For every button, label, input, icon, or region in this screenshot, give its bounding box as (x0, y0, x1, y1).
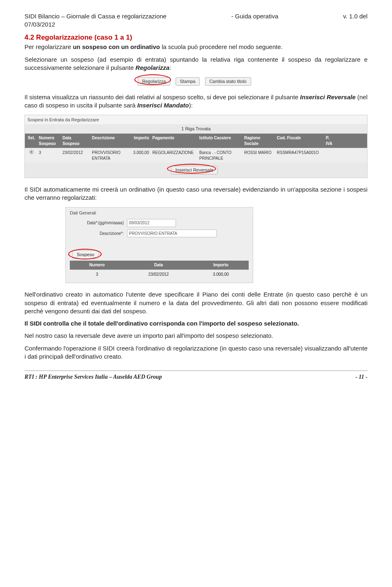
radio-select[interactable] (26, 150, 37, 161)
text: ): (189, 102, 193, 109)
col-descrizione: Descrizione (90, 135, 127, 146)
col-importo: Importo (193, 261, 249, 270)
paragraph-7: Nel nostro caso la reversale deve avere … (24, 332, 368, 340)
paragraph-6: Il SIDI controlla che il totale dell'ord… (24, 319, 368, 328)
stampa-button[interactable]: Stampa (176, 77, 200, 86)
header-date: 07/03/2012 (24, 20, 368, 29)
text: la scuola può procedere nel modo seguent… (162, 43, 283, 50)
paragraph-4: Il SIDI automaticamente mi creerà un ord… (24, 185, 368, 202)
form-title: Dati Generali (70, 210, 249, 216)
cell-ragione: ROSSI MARIO (243, 150, 275, 161)
text: Selezionare un sospeso (ad esempio di en… (24, 56, 368, 71)
col-numero: Numero Sospeso (37, 135, 61, 146)
col-istituto: Istituto Cassiere (198, 135, 243, 146)
cell-istituto: Banca . - CONTO PRINCIPALE (198, 150, 243, 161)
col-ragione: Ragione Sociale (243, 135, 275, 146)
cell-importo: 3.000,00 (127, 150, 151, 161)
cambia-stato-button[interactable]: Cambia stato titolo (205, 77, 251, 86)
text: Per regolarizzare (24, 43, 73, 50)
cell-numero: 3 (37, 150, 61, 161)
cell-numero: 3 (70, 270, 124, 279)
col-data: Data (124, 261, 193, 270)
term: Inserisci Mandato (137, 102, 189, 109)
paragraph-2: Selezionare un sospeso (ad esempio di en… (24, 56, 368, 72)
paragraph-3: Il sistema visualizza un riassunto dei d… (24, 93, 368, 110)
col-importo: Importo (127, 135, 151, 146)
page-footer: RTI : HP Enterprise Services Italia – Au… (24, 373, 368, 381)
paragraph-8: Confermando l'operazione il SIDI creerà … (24, 344, 368, 361)
intro-paragraph: Per regolarizzare un sospeso con un ordi… (24, 43, 368, 51)
table-row: 3 23/02/2012 3.000,00 (70, 270, 249, 279)
cell-piva (324, 150, 336, 161)
col-pagamento: Pagamento (151, 135, 198, 146)
screenshot-table-sospesi: Sospesi in Entrata da Regolarizzare 1 Ri… (24, 115, 368, 179)
col-numero: Numero (70, 261, 124, 270)
footer-separator: RTI : HP Enterprise Services Italia – Au… (24, 371, 368, 381)
bold-text: Il SIDI controlla che il totale dell'ord… (24, 320, 299, 327)
text: Il sistema visualizza un riassunto dei d… (24, 94, 300, 100)
screenshot-form-dati: Dati Generali Data*:(gg/mm/aaaa) 09/03/2… (65, 207, 368, 283)
input-descrizione[interactable]: PROVVISORIO ENTRATA (127, 230, 217, 238)
cell-desc: PROVVISORIO ENTRATA (90, 150, 127, 161)
screenshot-buttons-1: Regolarizza Stampa Cambia stato titolo (24, 77, 368, 86)
section-heading: 4.2 Regolarizzazione (caso 1 a 1) (24, 33, 368, 42)
text: : (169, 64, 171, 71)
label-descrizione: Descrizione*: (70, 231, 127, 237)
table-count: 1 Riga Trovata (25, 124, 367, 134)
cell-codfiscale: RSSMRA47P15A001O (275, 150, 324, 161)
col-piva: P. IVA (324, 135, 336, 146)
header-right: v. 1.0 del (343, 12, 368, 20)
sospeso-table: Numero Data Importo 3 23/02/2012 3.000,0… (70, 261, 249, 279)
label-data: Data*:(gg/mm/aaaa) (70, 220, 127, 226)
inserisci-reversale-button[interactable]: Inserisci Reversale (171, 166, 218, 174)
table-row[interactable]: 3 23/02/2012 PROVVISORIO ENTRATA 3.000,0… (25, 148, 367, 163)
text-bold: un sospeso con un ordinativo (73, 43, 160, 50)
term: Regolarizza (136, 64, 169, 71)
table-header-row: Sel. Numero Sospeso Data Sospeso Descriz… (25, 134, 367, 148)
sospeso-tab[interactable]: Sospeso (72, 250, 99, 259)
regolarizza-button[interactable]: Regolarizza (138, 77, 170, 86)
table-title: Sospesi in Entrata da Regolarizzare (25, 115, 367, 125)
input-data[interactable]: 09/03/2012 (127, 219, 176, 227)
footer-left: RTI : HP Enterprise Services Italia – Au… (24, 373, 162, 381)
radio-dot-icon[interactable] (29, 150, 33, 154)
table-header-row: Numero Data Importo (70, 261, 249, 270)
cell-importo: 3.000,00 (193, 270, 249, 279)
header-center: - Guida operativa (231, 12, 278, 20)
header-left: SIDI Bilancio – Giornale di Cassa e rego… (24, 12, 167, 20)
footer-right: - 11 - (355, 373, 368, 381)
page-header: SIDI Bilancio – Giornale di Cassa e rego… (24, 12, 368, 20)
term: Inserisci Reversale (300, 94, 356, 100)
col-codfiscale: Cod. Fiscale (275, 135, 324, 146)
col-sel: Sel. (26, 135, 37, 146)
cell-data: 23/02/2012 (124, 270, 193, 279)
paragraph-5: Nell'ordinativo creato in automatico l'u… (24, 290, 368, 315)
col-data: Data Sospeso (61, 135, 90, 146)
cell-pagamento: REGOLARIZZAZIONE (151, 150, 198, 161)
cell-data: 23/02/2012 (61, 150, 90, 161)
